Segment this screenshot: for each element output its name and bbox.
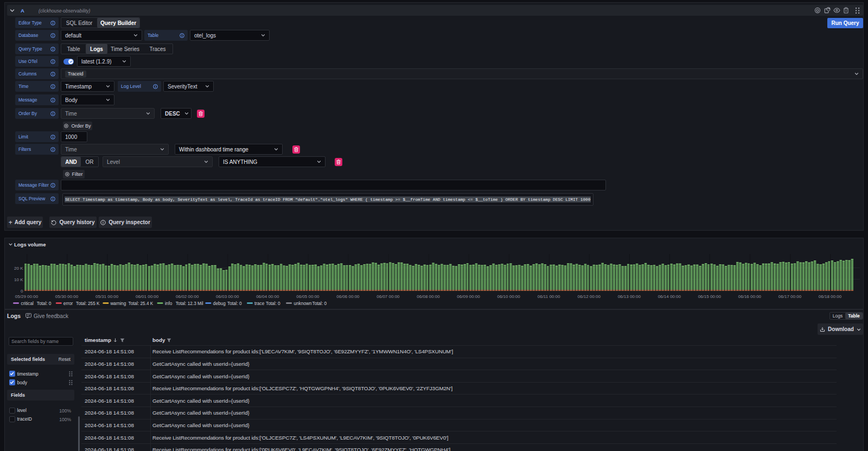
svg-text:Total: 255 K: Total: 255 K — [76, 301, 100, 306]
svg-text:06/08 00:00: 06/08 00:00 — [417, 294, 440, 299]
svg-text:Total: 12.3 Mil: Total: 12.3 Mil — [176, 301, 203, 306]
svg-text:06/04 00:00: 06/04 00:00 — [256, 294, 279, 299]
svg-text:Total: 25.4 K: Total: 25.4 K — [129, 301, 154, 306]
svg-text:20 K: 20 K — [14, 266, 23, 271]
svg-text:Total: 0: Total: 0 — [312, 301, 327, 306]
svg-text:Total: 0: Total: 0 — [266, 301, 280, 306]
svg-text:06/07 00:00: 06/07 00:00 — [376, 294, 400, 299]
svg-text:unknown: unknown — [294, 301, 312, 306]
svg-text:Total: 0: Total: 0 — [37, 301, 52, 306]
svg-text:critical: critical — [21, 301, 34, 306]
svg-text:06/17 00:00: 06/17 00:00 — [778, 294, 802, 299]
svg-text:trace: trace — [254, 301, 265, 306]
svg-text:06/18 00:00: 06/18 00:00 — [819, 294, 842, 299]
svg-text:06/01 00:00: 06/01 00:00 — [136, 294, 159, 299]
svg-text:06/09 00:00: 06/09 00:00 — [457, 294, 480, 299]
svg-text:debug: debug — [213, 301, 226, 306]
svg-text:05/29 00:00: 05/29 00:00 — [15, 294, 39, 299]
svg-text:06/12 00:00: 06/12 00:00 — [578, 294, 601, 299]
svg-text:0: 0 — [21, 289, 23, 294]
svg-text:06/15 00:00: 06/15 00:00 — [698, 294, 722, 299]
svg-text:05/31 00:00: 05/31 00:00 — [95, 294, 119, 299]
svg-text:06/03 00:00: 06/03 00:00 — [216, 294, 239, 299]
svg-text:06/02 00:00: 06/02 00:00 — [176, 294, 199, 299]
svg-text:10 K: 10 K — [14, 277, 23, 282]
svg-text:06/05 00:00: 06/05 00:00 — [296, 294, 320, 299]
svg-text:06/16 00:00: 06/16 00:00 — [738, 294, 762, 299]
svg-text:06/06 00:00: 06/06 00:00 — [336, 294, 360, 299]
svg-text:Total: 0: Total: 0 — [227, 301, 242, 306]
svg-text:06/14 00:00: 06/14 00:00 — [658, 294, 681, 299]
svg-text:06/10 00:00: 06/10 00:00 — [497, 294, 520, 299]
svg-text:warning: warning — [110, 301, 126, 306]
svg-text:06/13 00:00: 06/13 00:00 — [618, 294, 641, 299]
svg-text:06/11 00:00: 06/11 00:00 — [538, 294, 560, 299]
svg-text:info: info — [165, 301, 173, 306]
svg-text:05/30 00:00: 05/30 00:00 — [55, 294, 79, 299]
svg-text:error: error — [63, 301, 73, 306]
